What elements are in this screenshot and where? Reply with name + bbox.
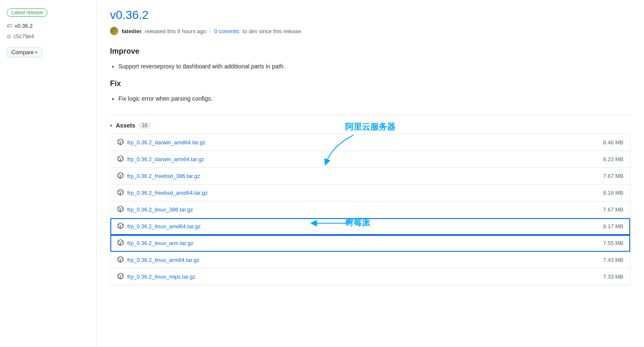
asset-left: frp_0.36.2_linux_arm64.tar.gz: [117, 256, 199, 264]
avatar: [110, 27, 118, 35]
assets-list-container: frp_0.36.2_darwin_amd64.tar.gz8.46 MB fr…: [110, 134, 631, 285]
package-icon: [117, 273, 124, 281]
asset-name-link[interactable]: frp_0.36.2_freebsd_386.tar.gz: [127, 173, 200, 179]
fix-heading: Fix: [110, 78, 631, 90]
commit-label: c5c79e4: [13, 33, 34, 39]
chevron-down-icon: ▾: [35, 50, 37, 55]
asset-row[interactable]: frp_0.36.2_linux_arm64.tar.gz7.43 MB: [110, 252, 630, 269]
assets-list: frp_0.36.2_darwin_amd64.tar.gz8.46 MB fr…: [110, 134, 631, 285]
asset-name-link[interactable]: frp_0.36.2_linux_amd64.tar.gz: [127, 223, 201, 230]
asset-size: 7.33 MB: [603, 274, 623, 280]
improve-heading: Improve: [110, 45, 631, 57]
commits-link[interactable]: 0 commits: [215, 28, 239, 34]
release-time: released this 9 hours ago: [145, 28, 206, 34]
assets-count: 16: [139, 122, 151, 129]
package-icon: [117, 256, 124, 264]
asset-size: 7.67 MB: [603, 173, 623, 179]
sidebar-commit: ⊙ c5c79e4: [7, 33, 89, 39]
asset-size: 7.67 MB: [603, 206, 623, 213]
fix-item-1: Fix logic error when parsing configs.: [118, 94, 631, 103]
asset-row[interactable]: frp_0.36.2_linux_amd64.tar.gz8.17 MB: [110, 218, 630, 235]
package-icon: [117, 155, 124, 163]
asset-name-link[interactable]: frp_0.36.2_linux_386.tar.gz: [127, 206, 193, 213]
asset-name-link[interactable]: frp_0.36.2_darwin_arm64.tar.gz: [127, 156, 204, 162]
asset-name-link[interactable]: frp_0.36.2_linux_arm.tar.gz: [127, 240, 194, 246]
asset-name-link[interactable]: frp_0.36.2_freebsd_amd64.tar.gz: [127, 190, 208, 196]
asset-left: frp_0.36.2_linux_386.tar.gz: [117, 206, 193, 214]
asset-left: frp_0.36.2_linux_mips.tar.gz: [117, 273, 196, 281]
compare-button[interactable]: Compare ▾: [7, 47, 42, 57]
release-title: v0.36.2: [110, 8, 631, 22]
package-icon: [117, 138, 124, 146]
asset-row[interactable]: frp_0.36.2_freebsd_amd64.tar.gz8.18 MB: [110, 185, 630, 201]
asset-size: 8.46 MB: [603, 139, 623, 146]
main-content: v0.36.2 fatedier released this 9 hours a…: [97, 0, 644, 347]
asset-row[interactable]: frp_0.36.2_darwin_arm64.tar.gz8.23 MB: [110, 151, 630, 168]
asset-size: 8.23 MB: [603, 156, 623, 162]
assets-title: Assets: [116, 122, 135, 129]
asset-name-link[interactable]: frp_0.36.2_linux_mips.tar.gz: [127, 274, 196, 280]
asset-left: frp_0.36.2_darwin_amd64.tar.gz: [117, 138, 205, 146]
asset-size: 8.18 MB: [603, 190, 623, 196]
asset-row[interactable]: frp_0.36.2_linux_mips.tar.gz7.33 MB: [110, 269, 630, 285]
package-icon: [117, 222, 124, 230]
asset-left: frp_0.36.2_freebsd_amd64.tar.gz: [117, 189, 208, 197]
package-icon: [117, 206, 124, 214]
asset-left: frp_0.36.2_freebsd_386.tar.gz: [117, 172, 200, 180]
asset-name-link[interactable]: frp_0.36.2_linux_arm64.tar.gz: [127, 257, 199, 263]
asset-name-link[interactable]: frp_0.36.2_darwin_amd64.tar.gz: [127, 139, 205, 146]
compare-label: Compare: [11, 49, 34, 55]
assets-section: ▾ Assets 16 frp_0.36.2_darwin_amd64.tar.…: [110, 115, 631, 285]
commit-icon: ⊙: [7, 34, 11, 39]
package-icon: [117, 172, 124, 180]
asset-row[interactable]: frp_0.36.2_darwin_amd64.tar.gz8.46 MB: [110, 134, 630, 151]
author-name[interactable]: fatedier: [122, 28, 141, 34]
package-icon: [117, 239, 124, 247]
asset-size: 7.43 MB: [603, 257, 623, 263]
tag-label: v0.36.2: [15, 23, 33, 29]
commits-suffix: to dev since this release: [243, 28, 301, 34]
separator: ·: [209, 28, 211, 34]
asset-left: frp_0.36.2_darwin_arm64.tar.gz: [117, 155, 204, 163]
fix-list: Fix logic error when parsing configs.: [118, 94, 631, 103]
package-icon: [117, 189, 124, 197]
tag-icon: 🏷: [7, 23, 12, 29]
improve-list: Support reverseproxy to dashboard with a…: [118, 62, 631, 71]
assets-chevron-icon: ▾: [110, 123, 113, 128]
asset-left: frp_0.36.2_linux_arm.tar.gz: [117, 239, 194, 247]
asset-row[interactable]: frp_0.36.2_linux_386.tar.gz7.67 MB: [110, 201, 630, 218]
asset-row[interactable]: frp_0.36.2_linux_arm.tar.gz7.55 MB: [110, 235, 630, 252]
sidebar: Latest release 🏷 v0.36.2 ⊙ c5c79e4 Compa…: [0, 0, 97, 347]
asset-left: frp_0.36.2_linux_amd64.tar.gz: [117, 222, 201, 230]
release-body: Improve Support reverseproxy to dashboar…: [110, 45, 631, 103]
asset-row[interactable]: frp_0.36.2_freebsd_386.tar.gz7.67 MB: [110, 168, 630, 185]
latest-release-badge: Latest release: [7, 8, 47, 17]
improve-item-1: Support reverseproxy to dashboard with a…: [118, 62, 631, 71]
sidebar-tag: 🏷 v0.36.2: [7, 23, 89, 29]
release-meta: fatedier released this 9 hours ago · 0 c…: [110, 27, 631, 35]
asset-size: 7.55 MB: [603, 240, 623, 246]
asset-size: 8.17 MB: [603, 223, 623, 230]
assets-header[interactable]: ▾ Assets 16: [110, 122, 631, 129]
